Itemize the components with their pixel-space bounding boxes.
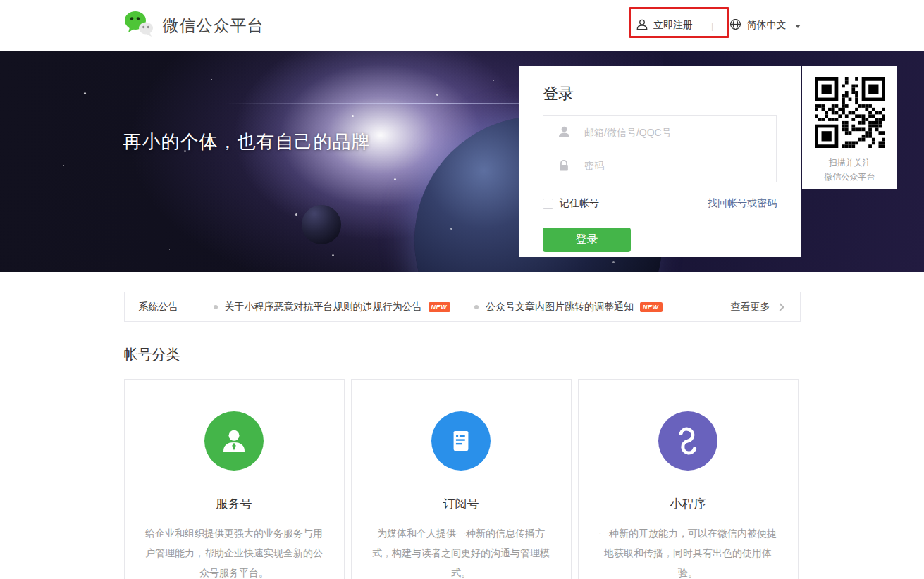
subscription-account-icon	[431, 411, 491, 471]
qr-caption: 扫描并关注 微信公众平台	[802, 156, 897, 184]
card-mini-program[interactable]: 小程序 一种新的开放能力，可以在微信内被便捷地获取和传播，同时具有出色的使用体验…	[578, 379, 799, 579]
header-right: 立即注册 | 简体中文	[636, 18, 800, 33]
bullet-icon	[474, 305, 479, 309]
qr-panel: 扫描并关注 微信公众平台	[802, 66, 897, 189]
language-label: 简体中文	[747, 19, 787, 32]
card-title: 小程序	[579, 496, 798, 512]
lock-icon	[543, 159, 584, 172]
login-inputs	[543, 115, 777, 182]
person-icon	[543, 125, 584, 139]
qr-code	[815, 77, 885, 148]
service-account-icon	[204, 411, 264, 471]
brand: 微信公众平台	[124, 10, 264, 41]
wechat-mp-homepage: 微信公众平台 立即注册 |	[0, 0, 924, 579]
stars	[0, 51, 1, 51]
card-title: 服务号	[125, 496, 344, 512]
login-title: 登录	[543, 83, 777, 104]
small-planet	[302, 205, 341, 244]
header: 微信公众平台 立即注册 |	[0, 0, 924, 51]
mini-program-icon	[658, 411, 717, 471]
announcement-label: 系统公告	[139, 301, 178, 313]
password-input[interactable]	[584, 149, 776, 182]
register-link[interactable]: 立即注册	[636, 18, 693, 33]
new-badge: NEW	[429, 302, 451, 312]
card-title: 订阅号	[352, 496, 571, 512]
account-type-cards: 服务号 给企业和组织提供更强大的业务服务与用户管理能力，帮助企业快速实现全新的公…	[124, 379, 801, 579]
page-title: 微信公众平台	[163, 15, 264, 37]
register-label: 立即注册	[653, 19, 693, 32]
card-subscription-account[interactable]: 订阅号 为媒体和个人提供一种新的信息传播方式，构建与读者之间更好的沟通与管理模式…	[351, 379, 572, 579]
hero-tagline: 再小的个体，也有自己的品牌	[120, 130, 374, 154]
card-description: 一种新的开放能力，可以在微信内被便捷地获取和传播，同时具有出色的使用体验。	[596, 523, 780, 579]
password-input-row	[543, 149, 776, 182]
chevron-down-icon	[795, 25, 801, 28]
announcement-item-2[interactable]: 公众号文章内图片跳转的调整通知 NEW	[474, 301, 663, 313]
announcement-item-1[interactable]: 关于小程序恶意对抗平台规则的违规行为公告 NEW	[214, 301, 451, 313]
view-more-link[interactable]: 查看更多	[731, 301, 786, 313]
wechat-logo-icon	[124, 10, 154, 41]
qr-caption-line1: 扫描并关注	[802, 156, 897, 170]
card-service-account[interactable]: 服务号 给企业和组织提供更强大的业务服务与用户管理能力，帮助企业快速实现全新的公…	[124, 379, 345, 579]
login-panel: 登录	[519, 66, 801, 257]
header-divider: |	[711, 20, 713, 31]
qr-caption-line2: 微信公众平台	[802, 170, 897, 184]
remember-account-checkbox[interactable]: 记住帐号	[543, 197, 599, 210]
account-input[interactable]	[584, 116, 776, 149]
globe-icon	[729, 18, 741, 32]
person-outline-icon	[636, 18, 648, 33]
account-input-row	[543, 116, 776, 149]
announcement-bar: 系统公告 关于小程序恶意对抗平台规则的违规行为公告 NEW 公众号文章内图片跳转…	[124, 292, 801, 322]
language-selector[interactable]: 简体中文	[729, 18, 801, 32]
chevron-right-icon	[776, 303, 784, 311]
section-title-account-types: 帐号分类	[124, 345, 801, 364]
checkbox-icon[interactable]	[543, 199, 553, 209]
login-button[interactable]: 登录	[543, 228, 631, 252]
card-description: 给企业和组织提供更强大的业务服务与用户管理能力，帮助企业快速实现全新的公众号服务…	[142, 523, 326, 579]
card-description: 为媒体和个人提供一种新的信息传播方式，构建与读者之间更好的沟通与管理模式。	[369, 523, 553, 579]
new-badge: NEW	[640, 302, 663, 312]
forgot-account-link[interactable]: 找回帐号或密码	[708, 197, 777, 210]
bullet-icon	[214, 305, 218, 309]
remember-label: 记住帐号	[560, 197, 599, 210]
login-options: 记住帐号 找回帐号或密码	[543, 197, 777, 210]
hero-banner: 再小的个体，也有自己的品牌 登录	[0, 51, 924, 272]
